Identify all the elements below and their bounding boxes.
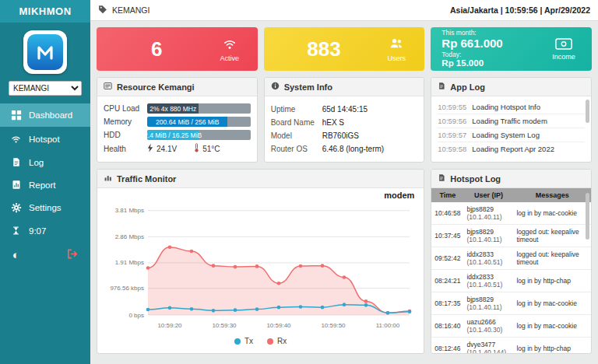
session-name: KEMANGI (112, 5, 150, 15)
list-icon (104, 82, 112, 92)
report-icon (10, 180, 22, 190)
al-time: 10:59:57 (438, 131, 472, 139)
clock-text: Asia/Jakarta | 10:59:56 | Apr/29/2022 (450, 5, 590, 15)
col-time: Time (431, 188, 463, 202)
hotspot-log-row: 08:16:40 uazu2666(10.1.40.30) log in by … (431, 315, 591, 338)
log-time: 08:12:46 (431, 338, 463, 354)
active-count: 6 (104, 37, 209, 61)
sidebar-item-label: Dashboard (29, 110, 72, 120)
wifi-icon (10, 133, 22, 145)
legend-item-rx: Rx (267, 337, 287, 345)
log-message: logged out: keepalive timeout (513, 247, 591, 270)
active-users-card[interactable]: 6 Active (97, 27, 258, 71)
si-value: RB760iGS (322, 131, 418, 140)
health-label: Health (104, 145, 147, 153)
sidebar-menu: Dashboard Hotspot Log Report Settings (0, 103, 90, 242)
tag-icon (98, 5, 107, 16)
si-label: Router OS (271, 145, 322, 153)
mikhmon-logo-icon (27, 34, 63, 70)
theme-toggle-icon[interactable]: ◐ (12, 249, 19, 261)
hdd-bar-fill: 2.4 MiB / 16.25 MiB (147, 130, 199, 140)
income-today-label: Today: (441, 51, 543, 59)
log-time: 08:24:21 (431, 270, 463, 292)
log-time: 08:17:35 (431, 292, 463, 315)
system-info-row: Board Name hEX S (271, 118, 418, 127)
hotspot-log-row: 10:46:58 bjps8829(10.1.40.11) log in by … (431, 202, 591, 225)
total-users-card[interactable]: 883 Users (264, 27, 425, 71)
document-icon (438, 82, 445, 92)
tx-legend-label: Tx (244, 337, 253, 345)
si-value: 65d 14:45:15 (322, 105, 418, 114)
si-label: Board Name (271, 118, 322, 127)
hdd-bar-text: 2.4 MiB / 16.25 MiB (147, 131, 202, 139)
voltage-value: 24.1V (157, 145, 177, 153)
svg-text:11:00:00: 11:00:00 (376, 322, 400, 329)
sidebar-item-label: Log (29, 158, 44, 167)
log-user: bjps8829(10.1.40.11) (463, 225, 513, 247)
file-icon (10, 157, 22, 167)
cpu-load-bar-fill: 2% 4x 880 MHz (147, 103, 199, 114)
chart-legend: Tx Rx (104, 337, 417, 345)
chart-icon (104, 173, 112, 184)
svg-text:10:59:20: 10:59:20 (157, 322, 182, 329)
log-user: iddx2833(10.1.40.51) (463, 247, 513, 270)
gear-icon (10, 202, 22, 213)
document-icon (438, 173, 445, 184)
system-info-row: Router OS 6.46.8 (long-term) (271, 145, 418, 153)
rx-legend-label: Rx (277, 337, 287, 345)
interface-label: modem (384, 191, 414, 200)
logout-icon[interactable] (66, 248, 78, 261)
hotspot-log-row: 08:12:46 dvye3477(10.1.40.144) log in by… (431, 338, 591, 354)
legend-item-tx: Tx (234, 337, 253, 345)
memory-bar-fill: 200.64 MiB / 256 MiB (147, 117, 227, 127)
col-user: User (IP) (463, 188, 513, 202)
scrollbar-thumb[interactable] (586, 193, 589, 240)
app-log-row: 10:59:55 Loading Hotspot Info (438, 100, 585, 114)
sidebar-item-log[interactable]: Log (0, 151, 90, 173)
cpu-load-row: CPU Load 2% 4x 880 MHz (104, 103, 251, 114)
users-count: 883 (272, 37, 377, 61)
sidebar-item-report[interactable]: Report (0, 173, 90, 196)
log-message: log in by mac-cookie (513, 202, 591, 225)
hotspot-log-panel: Hotspot Log Time User (IP) Messages 10:4… (431, 169, 592, 354)
users-icon (389, 36, 404, 53)
money-icon (555, 38, 572, 51)
traffic-monitor-panel: Traffic Monitor modem 3.81 Mbps2.86 Mbps… (97, 169, 424, 354)
svg-text:2.86 Mbps: 2.86 Mbps (115, 233, 144, 240)
sidebar: MIKHMON KEMANGI Dashboard Hotspot (0, 0, 90, 364)
tx-legend-dot (234, 338, 241, 345)
si-value: 6.46.8 (long-term) (322, 145, 418, 153)
app-log-row: 10:59:56 Loading Traffic modem (438, 114, 585, 128)
sidebar-item-label: Hotspot (29, 135, 60, 144)
log-message: log in by mac-cookie (513, 315, 591, 338)
income-month-label: This month: (441, 29, 543, 37)
income-card[interactable]: This month: Rp 661.000 Today: Rp 15.000 … (431, 27, 592, 71)
hdd-row: HDD 2.4 MiB / 16.25 MiB (104, 130, 251, 140)
dashboard-icon (10, 110, 22, 121)
hotspot-log-row: 08:17:35 bjps8829(10.1.40.11) log in by … (431, 292, 591, 315)
svg-text:1.91 Mbps: 1.91 Mbps (115, 259, 144, 266)
info-icon (271, 82, 280, 92)
hourglass-icon (10, 226, 22, 236)
memory-bar: 200.64 MiB / 256 MiB (147, 117, 251, 127)
scrollbar-thumb[interactable] (586, 100, 589, 123)
users-card-label: Users (388, 54, 406, 62)
sidebar-item-dashboard[interactable]: Dashboard (0, 103, 90, 127)
resource-panel-title: Resource Kemangi (117, 82, 195, 92)
hotspot-log-header-row: Time User (IP) Messages (431, 188, 591, 202)
log-time: 08:16:40 (431, 315, 463, 338)
sidebar-item-settings[interactable]: Settings (0, 196, 90, 219)
session-select[interactable]: KEMANGI (9, 81, 82, 96)
resource-panel: Resource Kemangi CPU Load 2% 4x 880 MHz … (97, 77, 258, 163)
app-log-row: 10:59:57 Loading System Log (438, 128, 585, 142)
sidebar-item-hotspot[interactable]: Hotspot (0, 127, 90, 151)
al-message: Loading Report Apr 2022 (472, 145, 585, 153)
al-message: Loading System Log (472, 131, 585, 139)
sidebar-item-session-timer[interactable]: 9:07 (0, 219, 90, 242)
log-user: dvye3477(10.1.40.144) (463, 338, 513, 354)
health-row: Health 24.1V 51°C (104, 143, 251, 154)
temperature-value: 51°C (202, 145, 220, 153)
log-user: uazu2666(10.1.40.30) (463, 315, 513, 338)
rx-legend-dot (267, 338, 273, 345)
voltage-icon (147, 143, 153, 154)
